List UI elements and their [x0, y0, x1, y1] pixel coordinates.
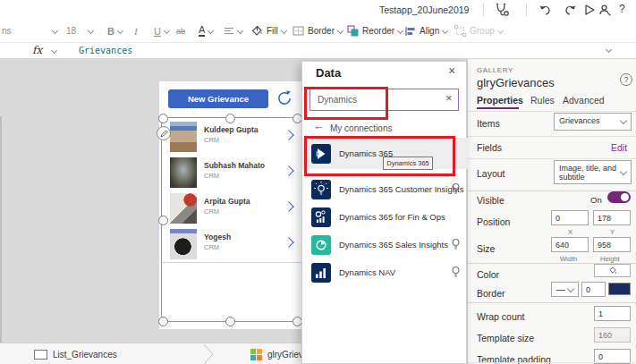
- size-height-input[interactable]: [593, 237, 631, 252]
- connector-row-fin-ops[interactable]: Dynamics 365 for Fin & Ops: [302, 203, 468, 231]
- position-label: Position: [477, 216, 510, 227]
- underline-label: U: [154, 26, 161, 37]
- position-x-input[interactable]: [551, 210, 589, 225]
- align-objects-dropdown[interactable]: Align: [404, 20, 447, 42]
- fill-bucket-icon: [251, 25, 263, 37]
- gallery-item-title: Subhash Mahato: [204, 161, 265, 170]
- border-dropdown[interactable]: Border: [293, 20, 343, 42]
- items-dropdown[interactable]: Grievances: [554, 113, 632, 131]
- tab-rules[interactable]: Rules: [530, 95, 555, 106]
- position-y-input[interactable]: [593, 210, 631, 225]
- undo-icon[interactable]: [538, 4, 552, 16]
- selection-handle[interactable]: [225, 114, 235, 123]
- dynamics-nav-icon: [311, 263, 331, 283]
- items-value: Grievances: [559, 116, 600, 125]
- strikethrough-button[interactable]: ab: [176, 20, 185, 42]
- align-text-icon: [224, 27, 234, 36]
- visible-label: Visible: [477, 195, 505, 206]
- reorder-dropdown[interactable]: Reorder: [347, 20, 403, 42]
- color-picker-button[interactable]: [594, 264, 631, 277]
- border-color-swatch[interactable]: [608, 283, 631, 295]
- selection-handle[interactable]: [158, 317, 168, 326]
- border-thickness-input[interactable]: [581, 282, 606, 297]
- selection-handle[interactable]: [158, 216, 168, 225]
- group-icon: [454, 25, 466, 37]
- divider: [468, 136, 636, 137]
- selection-handle[interactable]: [225, 317, 235, 326]
- paint-drop-icon: [608, 267, 617, 275]
- fill-dropdown[interactable]: Fill: [251, 20, 286, 42]
- reorder-label: Reorder: [362, 26, 394, 36]
- wrap-count-input[interactable]: [594, 306, 631, 321]
- gallery-item-row[interactable]: Subhash Mahato CRM: [162, 155, 303, 191]
- tab-advanced[interactable]: Advanced: [563, 95, 605, 106]
- formula-input[interactable]: Grievances: [79, 46, 132, 55]
- gallery-item-row[interactable]: Kuldeep Gupta CRM: [162, 119, 303, 156]
- divider: [483, 4, 484, 16]
- gallery-item-subtitle: CRM: [204, 243, 219, 251]
- gallery-item-row[interactable]: Yogesh CRM: [162, 226, 303, 263]
- app-title: Testapp_20June2019: [379, 4, 469, 15]
- chevron-down-icon: [281, 28, 287, 34]
- x-caption: X: [568, 228, 572, 236]
- selection-handle[interactable]: [158, 114, 168, 123]
- formula-bar: fx Grievances: [0, 43, 636, 59]
- powerapps-studio: Testapp_20June2019 ? ns: [0, 0, 636, 364]
- gallery-control-icon: [250, 349, 262, 360]
- help-icon[interactable]: ?: [619, 3, 625, 15]
- share-person-icon[interactable]: [598, 4, 612, 16]
- underline-button[interactable]: U: [154, 20, 169, 42]
- font-family-dropdown[interactable]: ns: [2, 20, 57, 42]
- chevron-right-icon: [284, 130, 293, 140]
- bold-button[interactable]: B: [107, 20, 123, 42]
- back-arrow-icon[interactable]: ←: [313, 119, 325, 132]
- connector-row-customer-insights[interactable]: Dynamics 365 Customer Insights: [302, 175, 468, 203]
- chevron-down-icon: [52, 28, 58, 34]
- fields-edit-link[interactable]: Edit: [611, 142, 627, 153]
- color-label: Color: [477, 269, 499, 280]
- new-grievance-button[interactable]: New Grievance: [168, 89, 268, 108]
- lightbulb-icon: [451, 238, 461, 251]
- chevron-down-icon: [117, 28, 123, 34]
- chevron-down-icon: [567, 284, 574, 292]
- dynamics-365-fin-ops-icon: [311, 207, 331, 227]
- close-icon[interactable]: ×: [448, 63, 455, 78]
- text-align-dropdown[interactable]: [224, 20, 242, 42]
- visible-toggle[interactable]: [607, 191, 631, 203]
- font-color-button[interactable]: A: [199, 20, 213, 42]
- font-size-value: 18: [66, 26, 76, 36]
- clear-search-icon[interactable]: ×: [445, 91, 453, 105]
- connector-row-dynamics-nav[interactable]: Dynamics NAV: [302, 258, 468, 286]
- wrap-count-label: Wrap count: [477, 311, 525, 322]
- size-width-input[interactable]: [551, 237, 589, 252]
- group-dropdown[interactable]: Group: [454, 20, 503, 42]
- font-size-dropdown[interactable]: 18: [66, 20, 93, 42]
- contact-photo: [170, 157, 197, 188]
- tab-properties[interactable]: Properties: [477, 95, 523, 106]
- data-panel: Data × × ← My connections Dynamics 365 D…: [301, 61, 467, 364]
- border-style-dropdown[interactable]: [551, 282, 579, 297]
- fx-dropdown[interactable]: fx: [32, 44, 42, 56]
- group-label: Group: [470, 26, 495, 36]
- connector-row-sales-insights[interactable]: Dynamics 365 Sales Insights: [302, 231, 468, 258]
- edit-gallery-pencil-icon[interactable]: [157, 126, 171, 140]
- tooltip: Dynamics 365: [383, 157, 433, 170]
- my-connections-link[interactable]: My connections: [330, 123, 392, 133]
- fill-label: Fill: [267, 26, 278, 36]
- active-tab-underline: [477, 107, 519, 109]
- breadcrumb-screen-tab[interactable]: List_Grievances: [53, 350, 117, 360]
- refresh-icon[interactable]: [276, 89, 293, 107]
- formula-expand-chevron-icon[interactable]: [606, 47, 612, 53]
- preview-play-icon[interactable]: [583, 4, 596, 16]
- gallery-item-row[interactable]: Arpita Gupta CRM: [162, 190, 303, 227]
- italic-button[interactable]: I: [134, 20, 138, 42]
- help-icon[interactable]: ?: [620, 73, 632, 86]
- app-checker-icon[interactable]: [494, 3, 510, 17]
- properties-panel: GALLERY glryGrievances ? Properties Rule…: [467, 59, 636, 364]
- redo-icon[interactable]: [564, 4, 577, 16]
- chevron-right-icon: [284, 201, 293, 211]
- layout-label: Layout: [477, 168, 505, 179]
- align-label: Align: [420, 26, 439, 36]
- divider: [468, 362, 636, 363]
- layout-dropdown[interactable]: Image, title, and subtitle: [554, 160, 632, 184]
